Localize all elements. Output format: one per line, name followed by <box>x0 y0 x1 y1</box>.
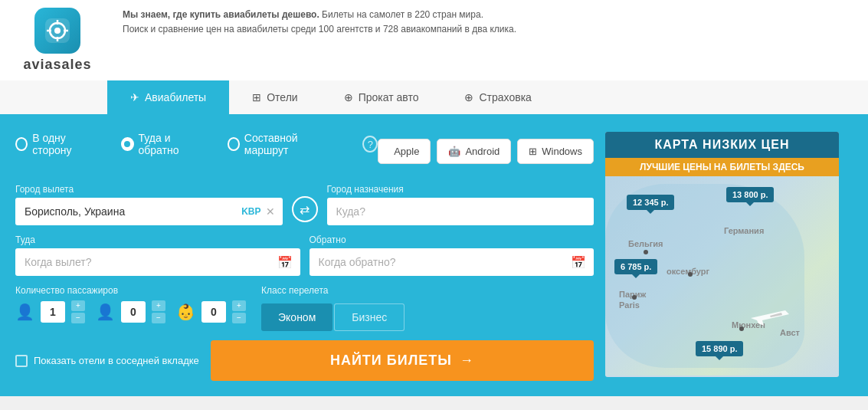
tab-car-label: Прокат авто <box>359 91 419 103</box>
windows-button[interactable]: ⊞ Windows <box>517 139 594 164</box>
swap-wrapper: ⇄ <box>292 184 318 225</box>
infants-decrease[interactable]: − <box>232 313 246 323</box>
infants-controls: + − <box>232 300 246 323</box>
adults-increase[interactable]: + <box>71 300 85 311</box>
apple-button[interactable]: Apple <box>378 139 431 164</box>
nav-bar: ✈ Авиабилеты ⊞ Отели ⊕ Прокат авто ⊕ Стр… <box>0 80 868 116</box>
android-icon: 🤖 <box>448 146 460 157</box>
economy-button[interactable]: Эконом <box>261 303 332 331</box>
logo-text: aviasales <box>23 57 91 73</box>
main-content: В одну сторону Туда и обратно Составной … <box>0 116 868 396</box>
destination-input[interactable] <box>327 198 594 225</box>
price-2: 13 800 р. <box>726 187 774 202</box>
tab-insurance-label: Страховка <box>479 91 531 103</box>
country-germany: Германия <box>724 226 764 235</box>
arrow-icon: → <box>460 353 474 369</box>
show-hotels-label[interactable]: Показать отели в соседней вкладке <box>15 355 199 367</box>
android-button[interactable]: 🤖 Android <box>437 139 511 164</box>
pax-class-row: Количество пассажиров 👤 1 + − 👤 0 <box>15 285 594 331</box>
business-button[interactable]: Бизнес <box>334 303 405 331</box>
depart-group: Туда 📅 <box>15 235 300 276</box>
radio-oneway[interactable]: В одну сторону <box>15 132 98 156</box>
map-title: КАРТА НИЗКИХ ЦЕН <box>605 132 839 158</box>
radio-inner-roundtrip <box>124 141 130 147</box>
pax-inner: 👤 1 + − 👤 0 + − <box>15 300 246 323</box>
header: aviasales Мы знаем, где купить авиабилет… <box>0 0 868 80</box>
depart-calendar-icon[interactable]: 📅 <box>277 255 293 270</box>
price-3: 6 785 р. <box>614 259 657 274</box>
origin-clear-icon[interactable]: ✕ <box>266 205 275 218</box>
hotel-icon: ⊞ <box>252 91 261 103</box>
depart-input[interactable] <box>15 248 300 276</box>
infants-count: 0 <box>201 301 226 323</box>
adults-count: 1 <box>41 301 65 323</box>
show-hotels-text: Показать отели в соседней вкладке <box>34 355 199 366</box>
tab-flights[interactable]: ✈ Авиабилеты <box>107 80 229 116</box>
children-increase[interactable]: + <box>152 300 165 311</box>
depart-label: Туда <box>15 235 300 245</box>
radio-circle-oneway <box>15 137 28 151</box>
windows-icon: ⊞ <box>529 146 537 157</box>
radio-roundtrip-label: Туда и обратно <box>139 132 205 156</box>
plane-icon: ✈ <box>130 91 139 103</box>
radio-oneway-label: В одну сторону <box>32 132 98 156</box>
price-4: 15 890 р. <box>696 341 743 356</box>
left-panel: В одну сторону Туда и обратно Составной … <box>15 132 594 381</box>
tagline-bold: Мы знаем, где купить авиабилеты дешево. <box>123 9 319 20</box>
infants-increase[interactable]: + <box>232 300 246 311</box>
show-hotels-checkbox[interactable] <box>15 355 28 367</box>
destination-group: Город назначения <box>327 184 594 225</box>
header-tagline: Мы знаем, где купить авиабилеты дешево. … <box>123 8 853 73</box>
destination-label: Город назначения <box>327 184 594 195</box>
search-button[interactable]: НАЙТИ БИЛЕТЫ → <box>211 340 594 381</box>
search-button-label: НАЙТИ БИЛЕТЫ <box>330 353 452 369</box>
return-calendar-icon[interactable]: 📅 <box>571 255 586 270</box>
top-controls: В одну сторону Туда и обратно Составной … <box>15 132 594 170</box>
tab-car[interactable]: ⊕ Прокат авто <box>321 80 442 116</box>
children-decrease[interactable]: − <box>152 313 165 323</box>
class-buttons: Эконом Бизнес <box>261 303 405 331</box>
country-paris-fr: Paris <box>619 300 640 310</box>
tagline2: Поиск и сравнение цен на авиабилеты сред… <box>123 22 853 37</box>
origin-input-wrapper: KBP ✕ <box>15 198 283 225</box>
country-belgium: Бельгия <box>628 239 663 248</box>
car-icon: ⊕ <box>344 91 353 103</box>
price-1: 12 345 р. <box>627 195 674 210</box>
depart-input-wrapper: 📅 <box>15 248 300 276</box>
shield-icon: ⊕ <box>464 91 473 103</box>
radio-circle-roundtrip <box>121 137 133 151</box>
app-buttons: Apple 🤖 Android ⊞ Windows <box>378 139 594 164</box>
help-icon[interactable]: ? <box>362 136 378 153</box>
logo-area: aviasales <box>15 8 100 73</box>
infant-icon: 👶 <box>176 303 195 321</box>
apple-label: Apple <box>394 146 419 157</box>
map-subtitle: ЛУЧШИЕ ЦЕНЫ НА БИЛЕТЫ ЗДЕСЬ <box>605 158 839 176</box>
origin-code: KBP <box>241 206 260 217</box>
return-label: Обратно <box>310 235 594 245</box>
tagline-rest: Билеты на самолет в 220 стран мира. <box>322 9 483 20</box>
radio-roundtrip[interactable]: Туда и обратно <box>121 132 204 156</box>
passengers-label: Количество пассажиров <box>15 285 246 296</box>
origin-group: Город вылета KBP ✕ <box>15 184 283 225</box>
adults-controls: + − <box>71 300 85 323</box>
adults-decrease[interactable]: − <box>71 313 85 323</box>
tab-hotels-label: Отели <box>267 91 297 103</box>
radio-multi[interactable]: Составной маршрут <box>228 132 332 156</box>
tab-hotels[interactable]: ⊞ Отели <box>229 80 320 116</box>
android-label: Android <box>465 146 500 157</box>
tab-insurance[interactable]: ⊕ Страховка <box>441 80 554 116</box>
class-label: Класс перелета <box>261 285 405 296</box>
radio-row: В одну сторону Туда и обратно Составной … <box>15 132 378 156</box>
map-body: Бельгия Германия Париж Paris оксембург М… <box>605 176 839 376</box>
page-wrapper: aviasales Мы знаем, где купить авиабилет… <box>0 0 868 396</box>
return-group: Обратно 📅 <box>310 235 594 276</box>
radio-circle-multi <box>228 137 240 151</box>
map-ad[interactable]: КАРТА НИЗКИХ ЦЕН ЛУЧШИЕ ЦЕНЫ НА БИЛЕТЫ З… <box>605 132 839 377</box>
children-controls: + − <box>152 300 165 323</box>
origin-label: Город вылета <box>15 184 283 195</box>
adult-icon: 👤 <box>15 303 34 321</box>
ad-panel: КАРТА НИЗКИХ ЦЕН ЛУЧШИЕ ЦЕНЫ НА БИЛЕТЫ З… <box>605 132 839 381</box>
child-icon: 👤 <box>96 303 115 321</box>
return-input[interactable] <box>310 248 594 276</box>
swap-button[interactable]: ⇄ <box>292 196 318 222</box>
